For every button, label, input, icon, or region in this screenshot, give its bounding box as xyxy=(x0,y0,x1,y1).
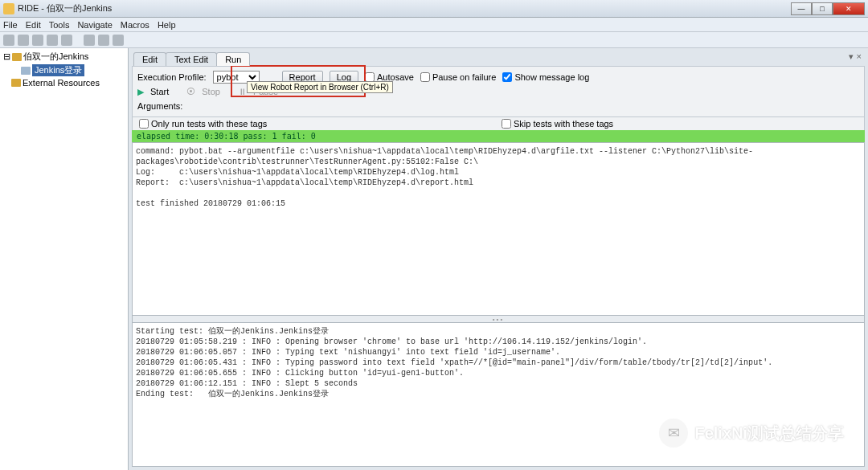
toolbar-stop-icon[interactable] xyxy=(113,35,124,46)
start-button[interactable]: Start xyxy=(150,87,169,96)
tab-controls: ▾ × xyxy=(849,51,862,62)
minimize-button[interactable]: — xyxy=(791,2,812,15)
stop-button[interactable]: Stop xyxy=(202,87,220,96)
show-message-log-checkbox[interactable]: Show message log xyxy=(502,72,589,82)
toolbar-run-icon[interactable] xyxy=(98,35,109,46)
skip-tags-checkbox[interactable]: Skip tests with these tags xyxy=(502,119,613,129)
test-tree: ⊟ 伯双一的Jenkins Jenkins登录 External Resourc… xyxy=(0,48,129,470)
output-console[interactable]: command: pybot.bat --argumentfile c:\use… xyxy=(132,142,865,316)
maximize-button[interactable]: □ xyxy=(812,2,833,15)
toolbar-search-icon[interactable] xyxy=(84,35,95,46)
window-titlebar: RIDE - 伯双一的Jenkins — □ ✕ xyxy=(0,0,868,18)
folder-icon xyxy=(12,53,22,61)
tags-filter-row: Only run tests with these tags Skip test… xyxy=(132,117,865,130)
window-title: RIDE - 伯双一的Jenkins xyxy=(18,2,791,14)
test-icon xyxy=(21,67,31,75)
panel-menu-icon[interactable]: ▾ xyxy=(849,51,854,62)
toolbar-open-icon[interactable] xyxy=(32,35,43,46)
menu-macros[interactable]: Macros xyxy=(121,20,149,30)
arguments-label: Arguments: xyxy=(137,101,182,111)
menu-edit[interactable]: Edit xyxy=(26,20,41,30)
tab-textedit[interactable]: Text Edit xyxy=(166,52,217,66)
folder-icon xyxy=(11,79,21,87)
menu-help[interactable]: Help xyxy=(158,20,176,30)
toolbar-back-icon[interactable] xyxy=(3,35,14,46)
close-button[interactable]: ✕ xyxy=(833,2,865,15)
tree-testcase[interactable]: Jenkins登录 xyxy=(2,63,126,77)
pause-on-failure-checkbox[interactable]: Pause on failure xyxy=(420,72,497,82)
tree-external-label: External Resources xyxy=(23,78,100,88)
only-tags-checkbox[interactable]: Only run tests with these tags xyxy=(139,119,267,129)
panel-close-icon[interactable]: × xyxy=(857,51,862,62)
message-log[interactable]: Starting test: 伯双一的Jenkins.Jenkins登录 201… xyxy=(132,322,865,467)
toolbar xyxy=(0,32,868,48)
menu-navigate[interactable]: Navigate xyxy=(77,20,112,30)
toolbar-save-icon[interactable] xyxy=(47,35,58,46)
tab-edit[interactable]: Edit xyxy=(133,52,166,66)
menubar: File Edit Tools Navigate Macros Help xyxy=(0,18,868,32)
app-icon xyxy=(3,3,14,14)
splitter[interactable]: ••• xyxy=(132,316,865,322)
tab-run[interactable]: Run xyxy=(216,52,250,66)
run-panel: Execution Profile: pybot Report Log Auto… xyxy=(132,66,865,117)
toolbar-forward-icon[interactable] xyxy=(18,35,29,46)
report-tooltip: View Robot Report in Browser (Ctrl+R) xyxy=(247,81,393,93)
profile-label: Execution Profile: xyxy=(137,72,207,82)
tree-root[interactable]: ⊟ 伯双一的Jenkins xyxy=(2,50,126,63)
status-bar: elapsed time: 0:30:18 pass: 1 fail: 0 xyxy=(132,130,865,142)
editor-tabs: Edit Text Edit Run xyxy=(129,50,868,66)
tree-external[interactable]: External Resources xyxy=(2,77,126,88)
menu-file[interactable]: File xyxy=(3,20,18,30)
tree-selected-label: Jenkins登录 xyxy=(32,64,84,76)
window-controls: — □ ✕ xyxy=(791,2,865,15)
tree-root-label: 伯双一的Jenkins xyxy=(23,51,88,63)
menu-tools[interactable]: Tools xyxy=(49,20,70,30)
toolbar-saveall-icon[interactable] xyxy=(61,35,72,46)
